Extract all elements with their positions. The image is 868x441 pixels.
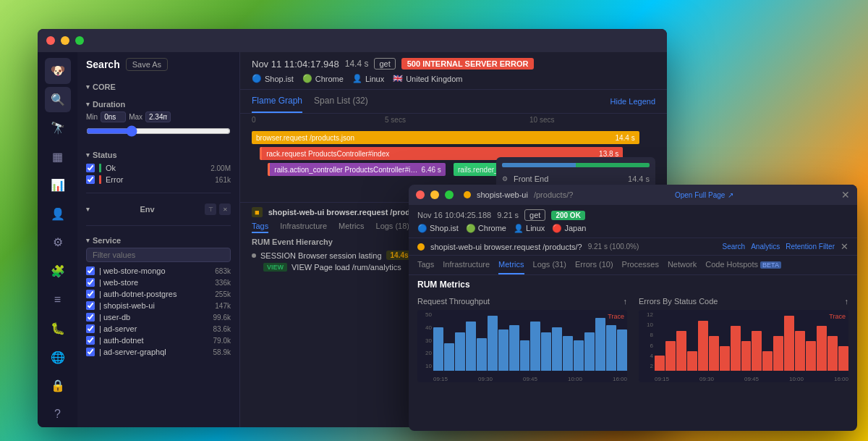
popup-service-name: shopist-web-ui (477, 190, 528, 199)
service-checkbox-5[interactable] (86, 313, 95, 322)
popup-tab-errors[interactable]: Errors (10) (575, 256, 613, 274)
service-name-6: | ad-server (99, 324, 137, 333)
service-header[interactable]: ▾ Service (86, 233, 231, 248)
trace-meta: Nov 11 11:04:17.948 14.4 s get 500 INTER… (252, 58, 655, 70)
throughput-bar (563, 336, 573, 371)
service-count-1: 683k (215, 267, 231, 275)
throughput-bar (606, 325, 616, 371)
popup-tab-tags[interactable]: Tags (417, 256, 434, 274)
service-checkbox-6[interactable] (86, 324, 95, 333)
service-checkbox-7[interactable] (86, 336, 95, 345)
service-checkbox-4[interactable] (86, 301, 95, 310)
popup-path: /products/? (534, 190, 573, 199)
popup-tab-network[interactable]: Network (668, 256, 697, 274)
service-tab-logs[interactable]: Logs (18) (376, 222, 409, 233)
status-error-checkbox[interactable] (86, 175, 95, 184)
popup-tag-linux: 👤 Linux (514, 224, 545, 233)
popup-tab-metrics[interactable]: Metrics (498, 256, 524, 274)
popup-tab-code-hotspots[interactable]: Code Hotspots BETA (705, 256, 781, 274)
env-close-btn[interactable]: ✕ (219, 203, 231, 215)
traffic-light-green[interactable] (75, 36, 84, 45)
sidebar-icon-globe[interactable]: 🌐 (45, 344, 71, 370)
service-item-1: | web-store-mongo 683k (86, 265, 231, 277)
status-header[interactable]: ▾ Status (86, 148, 231, 162)
open-full-page-button[interactable]: Open Full Page ↗ (675, 191, 734, 199)
status-error-bar (99, 175, 101, 184)
sidebar-icon-dashboard[interactable]: ▦ (45, 144, 71, 170)
sidebar-icon-help[interactable]: ? (45, 401, 71, 427)
traffic-light-red[interactable] (46, 36, 55, 45)
min-input[interactable] (101, 112, 126, 122)
save-as-button[interactable]: Save As (126, 58, 168, 71)
popup-tab-logs[interactable]: Logs (31) (533, 256, 566, 274)
flame-dur-2: 13.8 s (599, 150, 618, 158)
throughput-bar (617, 329, 627, 371)
service-tab-metrics[interactable]: Metrics (339, 222, 364, 233)
service-checkbox-3[interactable] (86, 290, 95, 298)
service-name-4: | shopist-web-ui (99, 301, 155, 310)
sidebar-icon-bug[interactable]: 🐛 (45, 316, 71, 342)
tab-span-list[interactable]: Span List (32) (314, 90, 368, 113)
flame-bar-1[interactable]: browser.request /products.json 14.4 s (252, 131, 639, 144)
throughput-bar (541, 332, 551, 371)
core-header[interactable]: ▾ CORE (86, 80, 231, 94)
sidebar-icon-user[interactable]: 👤 (45, 201, 71, 227)
throughput-bar (595, 318, 605, 371)
service-count-4: 147k (215, 302, 231, 310)
service-panel-title: shopist-web-ui browser.request /products… (268, 208, 429, 217)
service-name-8: | ad-server-graphql (99, 348, 166, 356)
throughput-bar (509, 325, 519, 371)
toolbar-close-button[interactable]: ✕ (841, 241, 848, 252)
service-tab-infra[interactable]: Infrastructure (280, 222, 327, 233)
tab-flame-graph[interactable]: Flame Graph (252, 90, 302, 113)
max-input[interactable] (145, 112, 171, 122)
status-ok-bar (99, 164, 101, 172)
toolbar-retention-link[interactable]: Retention Filter (786, 243, 835, 251)
popup-tl-yellow[interactable] (430, 190, 439, 199)
popup-close-button[interactable]: ✕ (841, 189, 850, 201)
throughput-bar (455, 332, 465, 371)
hide-legend-button[interactable]: Hide Legend (610, 97, 655, 106)
toolbar-actions: Search Analytics Retention Filter ✕ (722, 241, 848, 252)
throughput-bar (498, 329, 509, 371)
ruler-10s: 10 secs (529, 116, 554, 124)
popup-tab-infrastructure[interactable]: Infrastructure (443, 256, 490, 274)
service-checkbox-2[interactable] (86, 278, 95, 287)
service-count-8: 58.9k (213, 348, 231, 356)
error-bar (817, 326, 827, 371)
env-header[interactable]: ▾ Env ⊤ ✕ (86, 201, 231, 218)
throughput-bars (433, 310, 627, 371)
popup-tab-processes[interactable]: Processes (622, 256, 659, 274)
toolbar-analytics-link[interactable]: Analytics (751, 243, 780, 251)
sidebar-icon-layers[interactable]: ≡ (45, 287, 71, 313)
duration-header[interactable]: ▾ Duration (86, 97, 231, 112)
error-bar (741, 341, 752, 371)
service-tab-tags[interactable]: Tags (252, 222, 268, 233)
status-error-count: 161k (215, 176, 231, 184)
flame-bar-3[interactable]: rails.action_controller ProductsControll… (268, 163, 446, 176)
trace-duration: 14.4 s (345, 59, 369, 69)
service-checkbox-1[interactable] (86, 266, 95, 275)
sidebar-icon-chart[interactable]: 📊 (45, 172, 71, 198)
env-filter-btn[interactable]: ⊤ (205, 203, 216, 215)
service-filter-input[interactable] (86, 248, 231, 262)
sidebar-icon-binoculars[interactable]: 🔭 (45, 115, 71, 141)
env-section: ▾ Env ⊤ ✕ (86, 198, 231, 221)
duration-slider[interactable] (86, 125, 231, 137)
throughput-section: Request Throughput ↑ 50 40 30 20 10 Trac… (417, 297, 627, 382)
share-icon: ↑ (624, 297, 628, 306)
toolbar-search-link[interactable]: Search (722, 243, 745, 251)
sidebar-icon-puzzle[interactable]: 🧩 (45, 259, 71, 285)
sidebar-icon-dog[interactable]: 🐶 (45, 58, 71, 84)
window-titlebar (38, 29, 667, 52)
core-label: CORE (93, 83, 116, 91)
service-checkbox-8[interactable] (86, 348, 95, 356)
sidebar-icon-search[interactable]: 🔍 (45, 87, 71, 113)
traffic-light-yellow[interactable] (61, 36, 69, 45)
popup-tl-red[interactable] (416, 190, 425, 199)
env-actions: ⊤ ✕ (205, 203, 231, 215)
sidebar-icon-settings[interactable]: ⚙ (45, 230, 71, 256)
status-ok-checkbox[interactable] (86, 164, 95, 172)
popup-tl-green[interactable] (445, 190, 454, 199)
sidebar-icon-security[interactable]: 🔒 (45, 373, 71, 399)
